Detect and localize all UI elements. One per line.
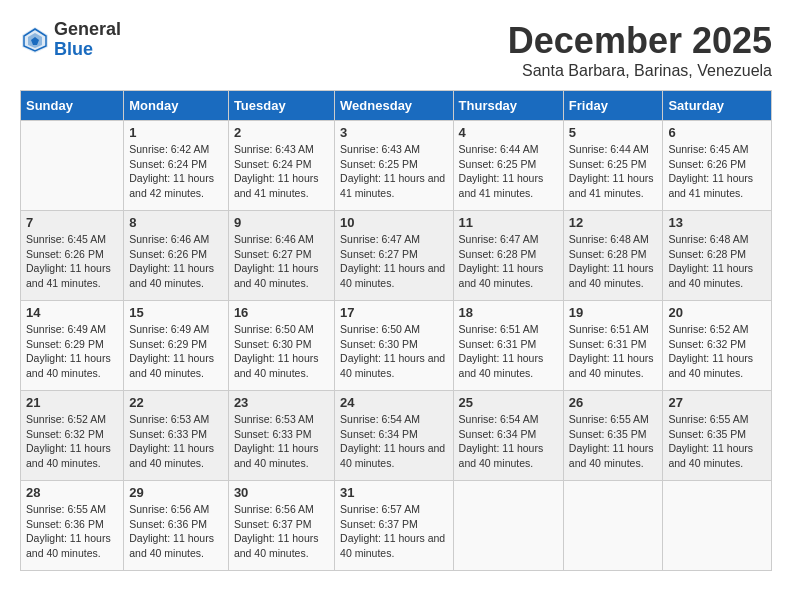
day-info: Sunrise: 6:49 AMSunset: 6:29 PMDaylight:…	[129, 322, 223, 381]
day-number: 7	[26, 215, 118, 230]
day-number: 12	[569, 215, 658, 230]
calendar-cell: 17Sunrise: 6:50 AMSunset: 6:30 PMDayligh…	[335, 301, 453, 391]
day-info: Sunrise: 6:52 AMSunset: 6:32 PMDaylight:…	[26, 412, 118, 471]
day-info: Sunrise: 6:44 AMSunset: 6:25 PMDaylight:…	[569, 142, 658, 201]
day-number: 29	[129, 485, 223, 500]
day-number: 21	[26, 395, 118, 410]
day-number: 1	[129, 125, 223, 140]
calendar-cell: 7Sunrise: 6:45 AMSunset: 6:26 PMDaylight…	[21, 211, 124, 301]
calendar-cell	[563, 481, 663, 571]
calendar-cell: 25Sunrise: 6:54 AMSunset: 6:34 PMDayligh…	[453, 391, 563, 481]
calendar-cell: 22Sunrise: 6:53 AMSunset: 6:33 PMDayligh…	[124, 391, 229, 481]
calendar-cell: 1Sunrise: 6:42 AMSunset: 6:24 PMDaylight…	[124, 121, 229, 211]
calendar-cell: 6Sunrise: 6:45 AMSunset: 6:26 PMDaylight…	[663, 121, 772, 211]
logo-text: General Blue	[54, 20, 121, 60]
day-number: 20	[668, 305, 766, 320]
header: General Blue December 2025 Santa Barbara…	[20, 20, 772, 80]
calendar-cell: 4Sunrise: 6:44 AMSunset: 6:25 PMDaylight…	[453, 121, 563, 211]
calendar-table: SundayMondayTuesdayWednesdayThursdayFrid…	[20, 90, 772, 571]
calendar-cell: 30Sunrise: 6:56 AMSunset: 6:37 PMDayligh…	[228, 481, 334, 571]
day-info: Sunrise: 6:55 AMSunset: 6:35 PMDaylight:…	[569, 412, 658, 471]
day-number: 8	[129, 215, 223, 230]
calendar-cell: 27Sunrise: 6:55 AMSunset: 6:35 PMDayligh…	[663, 391, 772, 481]
day-info: Sunrise: 6:45 AMSunset: 6:26 PMDaylight:…	[668, 142, 766, 201]
day-info: Sunrise: 6:56 AMSunset: 6:37 PMDaylight:…	[234, 502, 329, 561]
calendar-cell: 19Sunrise: 6:51 AMSunset: 6:31 PMDayligh…	[563, 301, 663, 391]
day-info: Sunrise: 6:52 AMSunset: 6:32 PMDaylight:…	[668, 322, 766, 381]
day-info: Sunrise: 6:43 AMSunset: 6:25 PMDaylight:…	[340, 142, 447, 201]
day-number: 5	[569, 125, 658, 140]
calendar-cell: 9Sunrise: 6:46 AMSunset: 6:27 PMDaylight…	[228, 211, 334, 301]
calendar-cell: 29Sunrise: 6:56 AMSunset: 6:36 PMDayligh…	[124, 481, 229, 571]
day-info: Sunrise: 6:44 AMSunset: 6:25 PMDaylight:…	[459, 142, 558, 201]
day-number: 19	[569, 305, 658, 320]
day-header-sunday: Sunday	[21, 91, 124, 121]
calendar-cell: 31Sunrise: 6:57 AMSunset: 6:37 PMDayligh…	[335, 481, 453, 571]
calendar-cell: 28Sunrise: 6:55 AMSunset: 6:36 PMDayligh…	[21, 481, 124, 571]
calendar-cell: 23Sunrise: 6:53 AMSunset: 6:33 PMDayligh…	[228, 391, 334, 481]
day-number: 6	[668, 125, 766, 140]
day-info: Sunrise: 6:48 AMSunset: 6:28 PMDaylight:…	[569, 232, 658, 291]
day-info: Sunrise: 6:53 AMSunset: 6:33 PMDaylight:…	[129, 412, 223, 471]
title-area: December 2025 Santa Barbara, Barinas, Ve…	[508, 20, 772, 80]
logo-icon	[20, 25, 50, 55]
day-number: 30	[234, 485, 329, 500]
calendar-cell	[663, 481, 772, 571]
day-number: 15	[129, 305, 223, 320]
calendar-cell: 20Sunrise: 6:52 AMSunset: 6:32 PMDayligh…	[663, 301, 772, 391]
day-number: 31	[340, 485, 447, 500]
calendar-cell: 12Sunrise: 6:48 AMSunset: 6:28 PMDayligh…	[563, 211, 663, 301]
day-info: Sunrise: 6:42 AMSunset: 6:24 PMDaylight:…	[129, 142, 223, 201]
calendar-cell: 13Sunrise: 6:48 AMSunset: 6:28 PMDayligh…	[663, 211, 772, 301]
day-info: Sunrise: 6:50 AMSunset: 6:30 PMDaylight:…	[340, 322, 447, 381]
day-number: 22	[129, 395, 223, 410]
day-number: 10	[340, 215, 447, 230]
calendar-week-3: 14Sunrise: 6:49 AMSunset: 6:29 PMDayligh…	[21, 301, 772, 391]
day-number: 23	[234, 395, 329, 410]
day-info: Sunrise: 6:45 AMSunset: 6:26 PMDaylight:…	[26, 232, 118, 291]
day-header-wednesday: Wednesday	[335, 91, 453, 121]
day-info: Sunrise: 6:56 AMSunset: 6:36 PMDaylight:…	[129, 502, 223, 561]
calendar-cell: 5Sunrise: 6:44 AMSunset: 6:25 PMDaylight…	[563, 121, 663, 211]
calendar-cell: 26Sunrise: 6:55 AMSunset: 6:35 PMDayligh…	[563, 391, 663, 481]
calendar-week-4: 21Sunrise: 6:52 AMSunset: 6:32 PMDayligh…	[21, 391, 772, 481]
day-number: 24	[340, 395, 447, 410]
calendar-cell: 21Sunrise: 6:52 AMSunset: 6:32 PMDayligh…	[21, 391, 124, 481]
calendar-week-2: 7Sunrise: 6:45 AMSunset: 6:26 PMDaylight…	[21, 211, 772, 301]
day-number: 9	[234, 215, 329, 230]
day-header-thursday: Thursday	[453, 91, 563, 121]
day-info: Sunrise: 6:48 AMSunset: 6:28 PMDaylight:…	[668, 232, 766, 291]
day-number: 4	[459, 125, 558, 140]
calendar-cell: 10Sunrise: 6:47 AMSunset: 6:27 PMDayligh…	[335, 211, 453, 301]
day-number: 27	[668, 395, 766, 410]
day-info: Sunrise: 6:47 AMSunset: 6:27 PMDaylight:…	[340, 232, 447, 291]
day-number: 28	[26, 485, 118, 500]
day-number: 26	[569, 395, 658, 410]
day-header-tuesday: Tuesday	[228, 91, 334, 121]
logo-general: General	[54, 20, 121, 40]
day-info: Sunrise: 6:54 AMSunset: 6:34 PMDaylight:…	[340, 412, 447, 471]
day-info: Sunrise: 6:57 AMSunset: 6:37 PMDaylight:…	[340, 502, 447, 561]
calendar-cell	[453, 481, 563, 571]
calendar-cell: 15Sunrise: 6:49 AMSunset: 6:29 PMDayligh…	[124, 301, 229, 391]
day-info: Sunrise: 6:47 AMSunset: 6:28 PMDaylight:…	[459, 232, 558, 291]
calendar-cell: 18Sunrise: 6:51 AMSunset: 6:31 PMDayligh…	[453, 301, 563, 391]
day-info: Sunrise: 6:55 AMSunset: 6:35 PMDaylight:…	[668, 412, 766, 471]
day-header-saturday: Saturday	[663, 91, 772, 121]
day-number: 13	[668, 215, 766, 230]
day-number: 14	[26, 305, 118, 320]
calendar-cell: 11Sunrise: 6:47 AMSunset: 6:28 PMDayligh…	[453, 211, 563, 301]
calendar-cell: 14Sunrise: 6:49 AMSunset: 6:29 PMDayligh…	[21, 301, 124, 391]
calendar-cell: 3Sunrise: 6:43 AMSunset: 6:25 PMDaylight…	[335, 121, 453, 211]
month-title: December 2025	[508, 20, 772, 62]
day-number: 18	[459, 305, 558, 320]
calendar-cell: 24Sunrise: 6:54 AMSunset: 6:34 PMDayligh…	[335, 391, 453, 481]
day-info: Sunrise: 6:55 AMSunset: 6:36 PMDaylight:…	[26, 502, 118, 561]
calendar-week-1: 1Sunrise: 6:42 AMSunset: 6:24 PMDaylight…	[21, 121, 772, 211]
day-number: 16	[234, 305, 329, 320]
logo: General Blue	[20, 20, 121, 60]
day-header-friday: Friday	[563, 91, 663, 121]
day-info: Sunrise: 6:43 AMSunset: 6:24 PMDaylight:…	[234, 142, 329, 201]
calendar-week-5: 28Sunrise: 6:55 AMSunset: 6:36 PMDayligh…	[21, 481, 772, 571]
day-info: Sunrise: 6:46 AMSunset: 6:27 PMDaylight:…	[234, 232, 329, 291]
